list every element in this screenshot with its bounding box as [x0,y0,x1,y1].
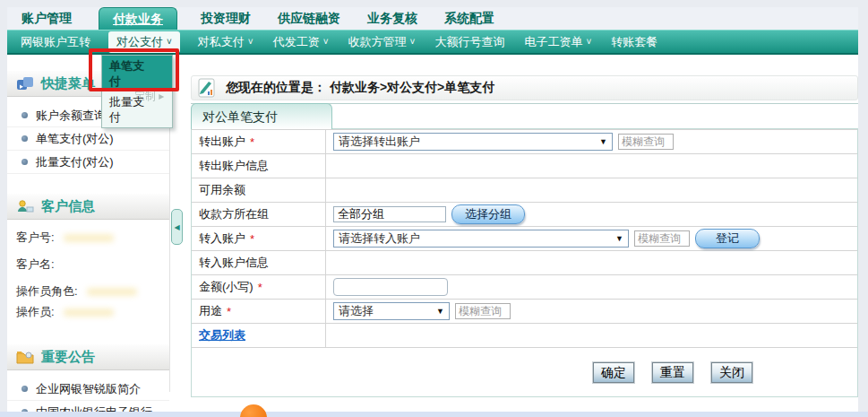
label-text: 金额(小写) [199,279,254,295]
select-value: 请选择转入账户 [339,230,420,247]
field-label: 操作员角色: [16,284,78,299]
label-text: 转出账户信息 [199,158,269,174]
purpose-select[interactable]: 请选择 ▼ [333,302,450,320]
breadcrumb: 您现在的位置是： 付款业务>对公支付>单笔支付 [191,75,858,100]
field-label: 操作员: [16,305,55,319]
tab-corporate-single-payment[interactable]: 对公单笔支付 [191,103,332,129]
notices-list: 企业网银智锐版简介 中国农业银行电子银行类服务价格标准 [7,370,169,417]
nav-item-personal-payment[interactable]: 对私支付 ˅ [198,34,254,50]
sidebar-item-batch-payment[interactable]: 批量支付(对公) [7,151,169,174]
row-payee-group: 收款方所在组 选择分组 [192,203,857,227]
breadcrumb-text: 您现在的位置是： 付款业务>对公支付>单笔支付 [226,80,494,96]
row-available-balance: 可用余额 [192,178,857,203]
transaction-list-empty-cell [326,324,857,347]
redacted-value [87,288,137,296]
nav-item-bank-number-query[interactable]: 大额行号查询 [434,34,504,50]
field-label: 客户号: [16,230,55,245]
bullet-icon [21,135,28,142]
customer-number-label: 客户号: [16,230,169,245]
nav-item-label: 对公支付 [116,34,163,50]
nav-item-payee-management[interactable]: 收款方管理 ˅ [348,34,416,50]
register-button[interactable]: 登记 [695,229,760,248]
notice-item-intro[interactable]: 企业网银智锐版简介 [7,378,169,401]
nav-item-payroll[interactable]: 代发工资 ˅ [273,34,329,50]
out-account-info-label: 转出账户信息 [192,154,326,178]
transaction-list-cell: 交易列表 [192,324,326,347]
in-account-info-label: 转入账户信息 [192,251,326,274]
in-account-fuzzy-input[interactable] [634,230,690,247]
quick-menu-icon [16,76,34,91]
payee-group-label: 收款方所在组 [192,203,326,226]
nav-item-label: 收款方管理 [348,34,407,50]
chevron-down-icon: ˅ [410,38,416,47]
sidebar-item-label: 批量支付(对公) [36,154,154,170]
chevron-down-icon: ˅ [167,38,172,47]
available-balance-label: 可用余额 [192,178,326,202]
folder-icon [16,350,34,364]
label-text: 收款方所在组 [199,206,269,222]
sidebar-item-single-payment[interactable]: 单笔支付(对公) [7,127,169,151]
operator-role-label: 操作员角色: [16,284,169,299]
purpose-label: 用途 * [192,300,326,323]
field-label: 客户名: [16,257,55,272]
select-group-button[interactable]: 选择分组 [451,204,525,224]
nav-item-ebank-transfer[interactable]: 网银账户互转 [21,34,90,50]
breadcrumb-prefix: 您现在的位置是： [226,80,326,94]
select-value: 请选择 [339,303,374,319]
top-menu-item-investment[interactable]: 投资理财 [201,7,251,30]
out-account-select[interactable]: 请选择转出账户 ▼ [333,133,613,151]
nav-item-label: 电子工资单 [524,34,582,50]
close-button[interactable]: 关闭 [711,362,752,383]
top-menu-item-business-review[interactable]: 业务复核 [367,7,417,30]
redacted-value [64,308,114,317]
chevron-down-icon: ˅ [248,38,254,47]
amount-input[interactable] [333,278,448,296]
out-account-fuzzy-input[interactable] [618,134,674,150]
confirm-button[interactable]: 确定 [593,362,634,383]
top-menu-active-label: 付款业务 [113,12,163,26]
form-buttons: 确定 重置 关闭 [593,362,752,383]
top-menu-item-system-config[interactable]: 系统配置 [444,7,494,30]
breadcrumb-path: 付款业务>对公支付>单笔支付 [330,80,494,94]
top-menu-item-account-management[interactable]: 账户管理 [21,7,72,30]
customer-name-label: 客户名: [16,257,169,272]
customer-icon [16,199,34,213]
nav-item-transfer-package[interactable]: 转账套餐 [611,34,657,50]
select-arrow-icon: ▼ [615,234,623,243]
top-menu-item-supply-chain-finance[interactable]: 供应链融资 [278,7,340,30]
redacted-value [64,234,114,242]
customer-info-title: 客户信息 [41,198,95,215]
in-account-cell: 请选择转入账户 ▼ 登记 [326,227,857,250]
notices-header: 重要公告 [7,343,169,370]
payee-group-cell: 选择分组 [326,203,857,226]
transaction-list-link[interactable]: 交易列表 [199,327,245,343]
sidebar-item-label: 单笔支付(对公) [36,131,154,147]
row-out-account: 转出账户 * 请选择转出账户 ▼ [192,130,857,154]
customer-info-fields: 客户号: 客户名: 操作员角色: 操作员: [7,220,169,328]
required-mark: * [258,281,262,294]
reset-button[interactable]: 重置 [652,362,693,383]
payee-group-input[interactable] [333,206,446,222]
in-account-label: 转入账户 * [192,227,326,250]
customer-info-header: 客户信息 [7,193,169,220]
bullet-icon [21,112,28,118]
top-menu-bar: 账户管理 付款业务 投资理财 供应链融资 业务复核 系统配置 [7,7,858,30]
row-in-account-info: 转入账户信息 [192,251,857,275]
nav-item-epayslip[interactable]: 电子工资单 ˅ [524,34,591,50]
label-text: 用途 [199,303,222,319]
bullet-icon [21,386,28,392]
row-amount: 金额(小写) * [192,275,857,300]
required-mark: * [250,232,254,246]
row-in-account: 转入账户 * 请选择转入账户 ▼ 登记 [192,227,857,251]
sidebar-collapse-handle[interactable]: ◀ [171,209,183,245]
select-arrow-icon: ▼ [436,307,444,316]
payment-form-panel: 转出账户 * 请选择转出账户 ▼ 转出账户信息 [191,128,858,397]
nav-item-label: 对私支付 [198,34,245,50]
row-transaction-list: 交易列表 [192,324,857,348]
top-menu-item-payment-business[interactable]: 付款业务 [99,7,177,30]
in-account-select[interactable]: 请选择转入账户 ▼ [333,230,629,248]
floating-help-button[interactable] [240,404,267,417]
purpose-cell: 请选择 ▼ [326,300,857,323]
nav-item-label: 代发工资 [273,34,320,50]
purpose-fuzzy-input[interactable] [455,303,511,319]
